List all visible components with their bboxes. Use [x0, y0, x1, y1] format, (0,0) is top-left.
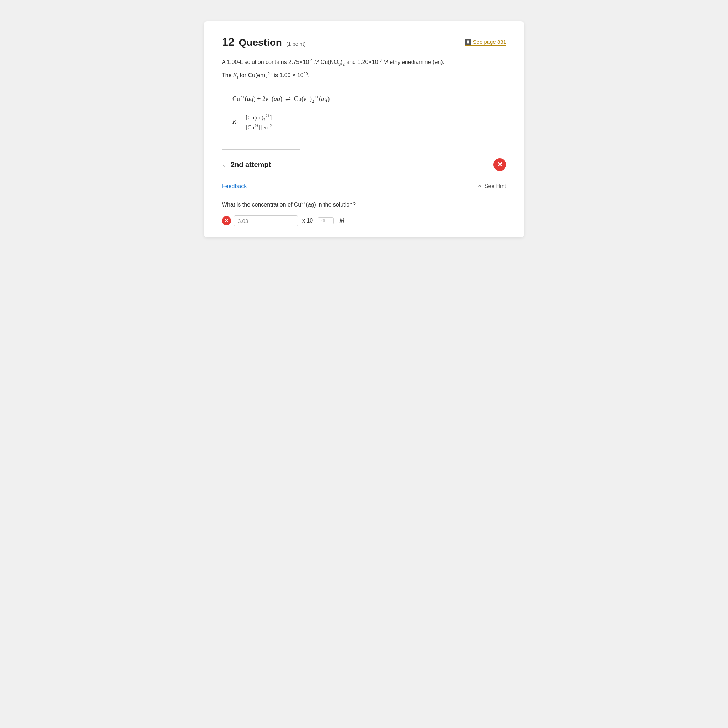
question-text-line2: The Kf for Cu(en)22+ is 1.00 × 1020. [222, 70, 506, 81]
question-points: (1 point) [286, 41, 306, 47]
answer-row: ✕ x 10 M [222, 216, 506, 226]
feedback-link[interactable]: Feedback [222, 183, 247, 190]
kf-denominator: [Cu2+][en]2 [244, 123, 273, 131]
see-hint-link[interactable]: ⚬ See Hint [477, 182, 506, 191]
question-section: 12 Question (1 point) ▮ See page 831 A 1… [204, 21, 524, 148]
kf-fraction: [Cu(en)22+] [Cu2+][en]2 [244, 114, 273, 131]
question-prompt: What is the concentration of Cu2+(aq) in… [222, 201, 506, 208]
equilibrium-equation: Cu2+(aq) + 2en(aq) ⇌ Cu(en)22+(aq) [232, 94, 496, 104]
lightbulb-icon: ⚬ [477, 182, 482, 190]
attempt-title-row: ⌄ 2nd attempt [222, 161, 271, 169]
see-hint-label: See Hint [485, 183, 506, 190]
chevron-down-icon[interactable]: ⌄ [222, 161, 226, 168]
see-page-label: See page 831 [473, 39, 506, 45]
exponent-input[interactable] [318, 217, 334, 224]
kf-expression: Kf= [Cu(en)22+] [Cu2+][en]2 [232, 114, 496, 131]
question-title: 12 Question (1 point) [222, 35, 306, 49]
book-icon: ▮ [465, 39, 471, 45]
question-label: Question [239, 37, 282, 48]
close-attempt-button[interactable]: ✕ [493, 158, 506, 171]
chemistry-container: Cu2+(aq) + 2en(aq) ⇌ Cu(en)22+(aq) Kf= [… [222, 91, 506, 138]
page-container: 12 Question (1 point) ▮ See page 831 A 1… [204, 21, 524, 237]
question-text-line1: A 1.00-L solution contains 2.75×10-4 M C… [222, 57, 506, 67]
error-icon: ✕ [222, 216, 231, 225]
attempt-section: ⌄ 2nd attempt ✕ Feedback ⚬ See Hint What… [204, 150, 524, 237]
attempt-header: ⌄ 2nd attempt ✕ [222, 158, 506, 171]
question-header: 12 Question (1 point) ▮ See page 831 [222, 35, 506, 49]
kf-numerator: [Cu(en)22+] [244, 114, 273, 123]
answer-input[interactable] [234, 216, 298, 226]
attempt-title: 2nd attempt [231, 161, 271, 169]
feedback-hint-row: Feedback ⚬ See Hint [222, 182, 506, 191]
unit-label: M [340, 217, 344, 224]
times-ten-label: x 10 [302, 217, 313, 224]
see-page-link[interactable]: ▮ See page 831 [465, 39, 506, 46]
question-number: 12 [222, 35, 235, 49]
